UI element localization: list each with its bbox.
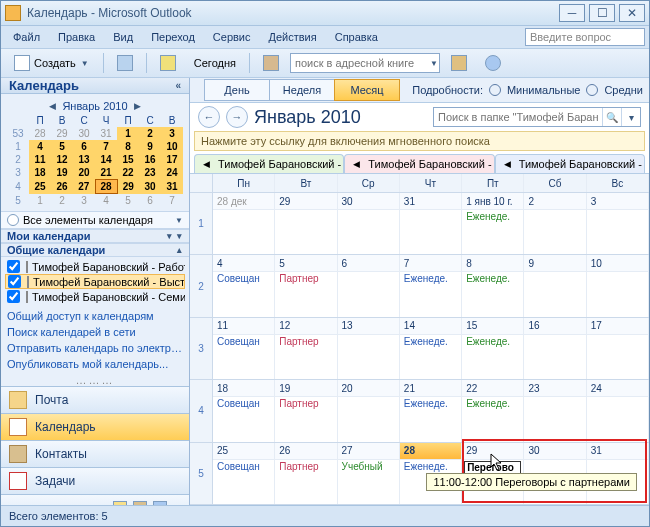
mini-day[interactable]: 5: [51, 140, 73, 153]
nav-contacts[interactable]: Контакты: [1, 440, 189, 467]
week-number[interactable]: 3: [190, 318, 213, 379]
calendar-event[interactable]: Еженеде.: [464, 336, 521, 347]
calendar-event[interactable]: Еженеде.: [464, 273, 521, 284]
calendar-event[interactable]: Партнер: [277, 461, 334, 472]
month-grid[interactable]: ПнВтСрЧтПтСбВс128 дек2930311 янв 10 г.Еж…: [190, 173, 649, 505]
calendar-event[interactable]: Партнер: [277, 398, 334, 409]
day-cell[interactable]: 29: [275, 193, 337, 254]
day-cell[interactable]: 4Совещан: [213, 255, 275, 316]
day-cell[interactable]: 18Совещан: [213, 380, 275, 441]
week-number[interactable]: 1: [190, 193, 213, 254]
tab-arrow-icon[interactable]: ◀: [504, 159, 511, 169]
mini-day[interactable]: 14: [95, 153, 117, 166]
mini-day[interactable]: 1: [29, 194, 51, 208]
tab-arrow-icon[interactable]: ◀: [353, 159, 360, 169]
instant-search-banner[interactable]: Нажмите эту ссылку для включения мгновен…: [194, 131, 645, 151]
collapse-pane-icon[interactable]: «: [175, 80, 181, 91]
day-cell[interactable]: 21Еженеде.: [400, 380, 462, 441]
menu-file[interactable]: Файл: [5, 29, 48, 45]
mini-day[interactable]: 2: [139, 127, 161, 140]
mini-day[interactable]: 10: [161, 140, 183, 153]
day-cell[interactable]: 3: [587, 193, 649, 254]
search-address-book[interactable]: ▼: [290, 53, 440, 73]
link-publish[interactable]: Опубликовать мой календарь...: [7, 358, 183, 370]
mini-day[interactable]: 26: [51, 180, 73, 194]
mini-day[interactable]: 24: [161, 166, 183, 180]
mini-day[interactable]: 6: [139, 194, 161, 208]
shared-calendars-header[interactable]: Общие календари ▴: [1, 243, 189, 257]
mini-day[interactable]: 31: [95, 127, 117, 140]
day-cell[interactable]: 27Учебный: [338, 443, 400, 504]
menu-go[interactable]: Переход: [143, 29, 203, 45]
calendar-event[interactable]: Партнер: [277, 336, 334, 347]
day-cell[interactable]: 1 янв 10 г.Еженеде.: [462, 193, 524, 254]
menu-help[interactable]: Справка: [327, 29, 386, 45]
ask-question-input[interactable]: Введите вопрос: [525, 28, 645, 46]
mini-day[interactable]: 3: [73, 194, 95, 208]
mini-day[interactable]: 17: [161, 153, 183, 166]
view-week[interactable]: Неделя: [269, 79, 335, 101]
day-cell[interactable]: 14Еженеде.: [400, 318, 462, 379]
search-icon[interactable]: 🔍: [602, 108, 621, 126]
mini-day[interactable]: 27: [73, 180, 95, 194]
calendar-tab[interactable]: ◀Тимофей Барановский - ...: [194, 154, 344, 173]
mini-day[interactable]: 28: [29, 127, 51, 140]
mini-day[interactable]: 30: [139, 180, 161, 194]
day-cell[interactable]: 13: [338, 318, 400, 379]
calendar-event[interactable]: Перегово: [464, 461, 521, 474]
today-button[interactable]: Сегодня: [187, 54, 243, 72]
mini-day[interactable]: 16: [139, 153, 161, 166]
nav-tasks[interactable]: Задачи: [1, 467, 189, 494]
day-cell[interactable]: 26Партнер: [275, 443, 337, 504]
mini-day[interactable]: 29: [117, 180, 139, 194]
calendar-tab[interactable]: ◀Тимофей Барановский - ...: [344, 154, 494, 173]
mini-day[interactable]: 18: [29, 166, 51, 180]
mini-day[interactable]: 4: [95, 194, 117, 208]
day-cell[interactable]: 31: [400, 193, 462, 254]
mini-day[interactable]: 19: [51, 166, 73, 180]
day-cell[interactable]: 8Еженеде.: [462, 255, 524, 316]
permissions-button[interactable]: [153, 52, 183, 74]
calendar-event[interactable]: Совещан: [215, 273, 272, 284]
mini-day[interactable]: 21: [95, 166, 117, 180]
detail-med-radio[interactable]: [586, 84, 598, 96]
calendar-item[interactable]: Тимофей Барановский - Семина: [5, 289, 185, 304]
mini-day[interactable]: 1: [117, 127, 139, 140]
day-cell[interactable]: 25Совещан: [213, 443, 275, 504]
mini-day[interactable]: 15: [117, 153, 139, 166]
search-contacts-button[interactable]: [256, 52, 286, 74]
mini-day[interactable]: 3: [161, 127, 183, 140]
calendar-event[interactable]: Еженеде.: [464, 211, 521, 222]
day-cell[interactable]: 19Партнер: [275, 380, 337, 441]
day-cell[interactable]: 20: [338, 380, 400, 441]
day-cell[interactable]: 5Партнер: [275, 255, 337, 316]
search-folder-input[interactable]: [434, 111, 602, 123]
day-cell[interactable]: 23: [524, 380, 586, 441]
chevron-down-icon[interactable]: ▼: [429, 59, 439, 68]
mini-day[interactable]: 23: [139, 166, 161, 180]
mini-day[interactable]: 12: [51, 153, 73, 166]
calendar-event[interactable]: Еженеде.: [402, 398, 459, 409]
calendar-event[interactable]: Партнер: [277, 273, 334, 284]
week-number[interactable]: 4: [190, 380, 213, 441]
mini-day[interactable]: 4: [29, 140, 51, 153]
mini-day[interactable]: 9: [139, 140, 161, 153]
nav-mail[interactable]: Почта: [1, 386, 189, 413]
day-cell[interactable]: 11Совещан: [213, 318, 275, 379]
mini-day[interactable]: 8: [117, 140, 139, 153]
nav-calendar[interactable]: Календарь: [1, 413, 189, 440]
day-cell[interactable]: 7Еженеде.: [400, 255, 462, 316]
prev-month-button[interactable]: ◀: [49, 101, 56, 111]
search-address-input[interactable]: [291, 57, 429, 69]
week-number[interactable]: 2: [190, 255, 213, 316]
my-calendars-header[interactable]: Мои календари ▾ ▾: [1, 229, 189, 243]
search-options-icon[interactable]: ▾: [621, 108, 640, 126]
day-cell[interactable]: 10: [587, 255, 649, 316]
link-search[interactable]: Поиск календарей в сети: [7, 326, 183, 338]
calendar-event[interactable]: Еженеде.: [402, 336, 459, 347]
mini-day[interactable]: 7: [161, 194, 183, 208]
menu-edit[interactable]: Правка: [50, 29, 103, 45]
week-number[interactable]: 5: [190, 443, 213, 504]
link-share[interactable]: Общий доступ к календарям: [7, 310, 183, 322]
day-cell[interactable]: 12Партнер: [275, 318, 337, 379]
